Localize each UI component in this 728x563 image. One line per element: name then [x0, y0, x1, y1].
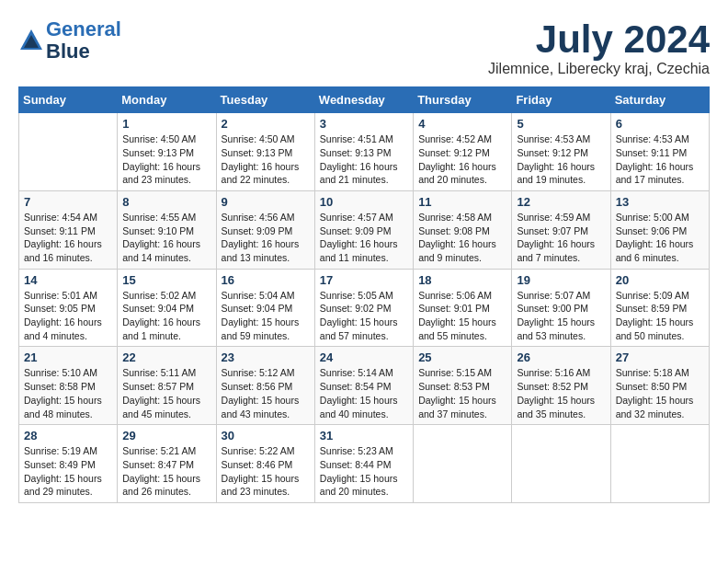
day-info: Sunrise: 4:57 AM Sunset: 9:09 PM Dayligh… — [320, 211, 408, 265]
day-number: 27 — [616, 350, 704, 364]
day-number: 28 — [24, 429, 112, 442]
calendar-cell: 18Sunrise: 5:06 AM Sunset: 9:01 PM Dayli… — [414, 269, 512, 347]
calendar-cell: 15Sunrise: 5:02 AM Sunset: 9:04 PM Dayli… — [118, 269, 216, 347]
logo: General Blue — [18, 18, 121, 63]
day-info: Sunrise: 5:10 AM Sunset: 8:58 PM Dayligh… — [24, 366, 112, 420]
day-info: Sunrise: 5:11 AM Sunset: 8:57 PM Dayligh… — [122, 366, 210, 420]
weekday-header: Monday — [118, 87, 216, 113]
day-info: Sunrise: 5:01 AM Sunset: 9:05 PM Dayligh… — [24, 289, 112, 343]
calendar-cell: 25Sunrise: 5:15 AM Sunset: 8:53 PM Dayli… — [414, 347, 512, 425]
day-info: Sunrise: 5:09 AM Sunset: 8:59 PM Dayligh… — [616, 289, 704, 343]
calendar-cell: 23Sunrise: 5:12 AM Sunset: 8:56 PM Dayli… — [216, 347, 314, 425]
day-number: 31 — [320, 429, 408, 442]
day-number: 1 — [122, 117, 210, 131]
calendar-cell: 6Sunrise: 4:53 AM Sunset: 9:11 PM Daylig… — [610, 113, 709, 191]
calendar-week-row: 14Sunrise: 5:01 AM Sunset: 9:05 PM Dayli… — [19, 269, 710, 347]
calendar-cell: 12Sunrise: 4:59 AM Sunset: 9:07 PM Dayli… — [512, 190, 610, 269]
day-number: 6 — [616, 117, 704, 131]
calendar-cell: 8Sunrise: 4:55 AM Sunset: 9:10 PM Daylig… — [118, 190, 216, 269]
calendar-cell: 20Sunrise: 5:09 AM Sunset: 8:59 PM Dayli… — [610, 269, 709, 347]
day-info: Sunrise: 5:14 AM Sunset: 8:54 PM Dayligh… — [320, 366, 408, 420]
day-info: Sunrise: 5:22 AM Sunset: 8:46 PM Dayligh… — [222, 444, 310, 499]
day-info: Sunrise: 5:15 AM Sunset: 8:53 PM Dayligh… — [418, 366, 506, 420]
weekday-header: Saturday — [610, 87, 709, 113]
calendar-cell: 9Sunrise: 4:56 AM Sunset: 9:09 PM Daylig… — [216, 190, 314, 269]
day-number: 22 — [122, 350, 210, 364]
day-number: 13 — [616, 195, 704, 209]
calendar-cell — [19, 113, 118, 191]
calendar-cell: 5Sunrise: 4:53 AM Sunset: 9:12 PM Daylig… — [512, 113, 610, 191]
day-number: 29 — [122, 429, 210, 442]
day-number: 12 — [517, 195, 605, 209]
day-number: 15 — [122, 273, 210, 287]
day-number: 21 — [24, 350, 112, 364]
day-number: 9 — [222, 195, 310, 209]
day-number: 8 — [122, 195, 210, 209]
logo-text: General Blue — [46, 18, 121, 63]
day-number: 18 — [418, 273, 506, 287]
calendar-cell: 29Sunrise: 5:21 AM Sunset: 8:47 PM Dayli… — [118, 425, 216, 503]
calendar-cell: 28Sunrise: 5:19 AM Sunset: 8:49 PM Dayli… — [19, 425, 118, 503]
day-info: Sunrise: 5:02 AM Sunset: 9:04 PM Dayligh… — [122, 289, 210, 343]
weekday-header: Wednesday — [314, 87, 413, 113]
calendar-cell: 3Sunrise: 4:51 AM Sunset: 9:13 PM Daylig… — [314, 113, 413, 191]
calendar-week-row: 21Sunrise: 5:10 AM Sunset: 8:58 PM Dayli… — [19, 347, 710, 425]
day-number: 16 — [222, 273, 310, 287]
logo-icon — [18, 28, 44, 53]
calendar-cell — [610, 425, 709, 503]
day-info: Sunrise: 4:52 AM Sunset: 9:12 PM Dayligh… — [418, 132, 506, 187]
day-info: Sunrise: 5:00 AM Sunset: 9:06 PM Dayligh… — [616, 211, 704, 265]
day-info: Sunrise: 5:23 AM Sunset: 8:44 PM Dayligh… — [320, 444, 408, 499]
calendar-cell: 31Sunrise: 5:23 AM Sunset: 8:44 PM Dayli… — [314, 425, 413, 503]
day-number: 4 — [418, 117, 506, 131]
day-number: 26 — [517, 350, 605, 364]
calendar-week-row: 1Sunrise: 4:50 AM Sunset: 9:13 PM Daylig… — [19, 113, 710, 191]
day-number: 3 — [320, 117, 408, 131]
day-number: 10 — [320, 195, 408, 209]
day-number: 11 — [418, 195, 506, 209]
weekday-header: Sunday — [19, 87, 118, 113]
day-info: Sunrise: 5:04 AM Sunset: 9:04 PM Dayligh… — [222, 289, 310, 343]
day-info: Sunrise: 5:06 AM Sunset: 9:01 PM Dayligh… — [418, 289, 506, 343]
calendar-cell: 16Sunrise: 5:04 AM Sunset: 9:04 PM Dayli… — [216, 269, 314, 347]
title-block: July 2024 Jilemnice, Liberecky kraj, Cze… — [488, 18, 710, 77]
day-number: 5 — [517, 117, 605, 131]
calendar-cell: 14Sunrise: 5:01 AM Sunset: 9:05 PM Dayli… — [19, 269, 118, 347]
day-number: 17 — [320, 273, 408, 287]
day-info: Sunrise: 4:56 AM Sunset: 9:09 PM Dayligh… — [222, 211, 310, 265]
day-info: Sunrise: 4:53 AM Sunset: 9:12 PM Dayligh… — [517, 132, 605, 187]
calendar-cell — [414, 425, 512, 503]
day-number: 25 — [418, 350, 506, 364]
day-info: Sunrise: 4:50 AM Sunset: 9:13 PM Dayligh… — [122, 132, 210, 187]
weekday-header-row: SundayMondayTuesdayWednesdayThursdayFrid… — [19, 87, 710, 113]
day-info: Sunrise: 4:53 AM Sunset: 9:11 PM Dayligh… — [616, 132, 704, 187]
day-info: Sunrise: 4:50 AM Sunset: 9:13 PM Dayligh… — [222, 132, 310, 187]
calendar-week-row: 7Sunrise: 4:54 AM Sunset: 9:11 PM Daylig… — [19, 190, 710, 269]
day-info: Sunrise: 4:59 AM Sunset: 9:07 PM Dayligh… — [517, 211, 605, 265]
calendar-cell: 10Sunrise: 4:57 AM Sunset: 9:09 PM Dayli… — [314, 190, 413, 269]
day-info: Sunrise: 5:05 AM Sunset: 9:02 PM Dayligh… — [320, 289, 408, 343]
day-info: Sunrise: 4:51 AM Sunset: 9:13 PM Dayligh… — [320, 132, 408, 187]
calendar-cell — [512, 425, 610, 503]
calendar-cell: 2Sunrise: 4:50 AM Sunset: 9:13 PM Daylig… — [216, 113, 314, 191]
calendar-week-row: 28Sunrise: 5:19 AM Sunset: 8:49 PM Dayli… — [19, 425, 710, 503]
weekday-header: Friday — [512, 87, 610, 113]
day-number: 19 — [517, 273, 605, 287]
calendar-cell: 4Sunrise: 4:52 AM Sunset: 9:12 PM Daylig… — [414, 113, 512, 191]
calendar-cell: 21Sunrise: 5:10 AM Sunset: 8:58 PM Dayli… — [19, 347, 118, 425]
weekday-header: Thursday — [414, 87, 512, 113]
calendar-cell: 11Sunrise: 4:58 AM Sunset: 9:08 PM Dayli… — [414, 190, 512, 269]
day-info: Sunrise: 5:19 AM Sunset: 8:49 PM Dayligh… — [24, 444, 112, 499]
day-info: Sunrise: 5:07 AM Sunset: 9:00 PM Dayligh… — [517, 289, 605, 343]
day-info: Sunrise: 5:18 AM Sunset: 8:50 PM Dayligh… — [616, 366, 704, 420]
calendar-cell: 26Sunrise: 5:16 AM Sunset: 8:52 PM Dayli… — [512, 347, 610, 425]
day-number: 2 — [222, 117, 310, 131]
day-info: Sunrise: 4:55 AM Sunset: 9:10 PM Dayligh… — [122, 211, 210, 265]
calendar-cell: 13Sunrise: 5:00 AM Sunset: 9:06 PM Dayli… — [610, 190, 709, 269]
day-info: Sunrise: 4:58 AM Sunset: 9:08 PM Dayligh… — [418, 211, 506, 265]
location: Jilemnice, Liberecky kraj, Czechia — [488, 61, 710, 77]
calendar-cell: 30Sunrise: 5:22 AM Sunset: 8:46 PM Dayli… — [216, 425, 314, 503]
calendar-cell: 24Sunrise: 5:14 AM Sunset: 8:54 PM Dayli… — [314, 347, 413, 425]
calendar-cell: 17Sunrise: 5:05 AM Sunset: 9:02 PM Dayli… — [314, 269, 413, 347]
calendar-cell: 27Sunrise: 5:18 AM Sunset: 8:50 PM Dayli… — [610, 347, 709, 425]
